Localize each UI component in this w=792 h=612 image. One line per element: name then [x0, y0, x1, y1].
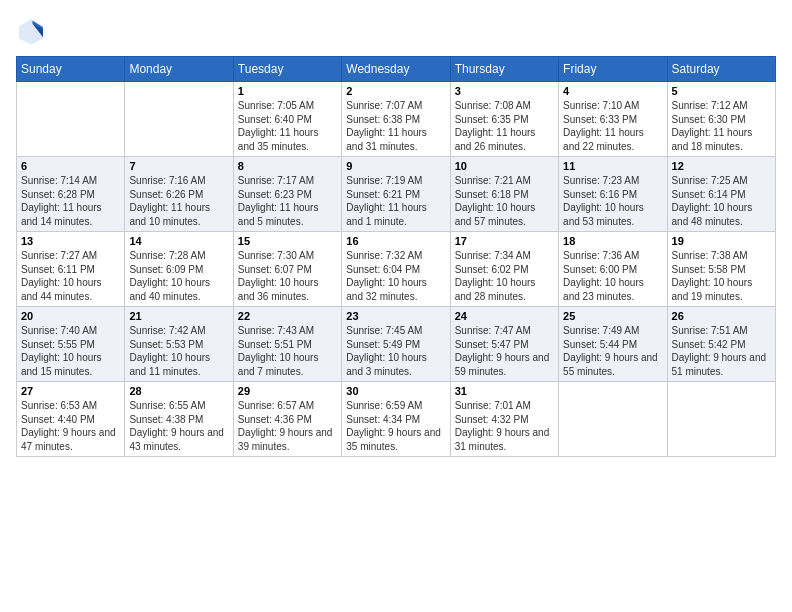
day-number: 5 [672, 85, 771, 97]
day-info: Sunrise: 7:32 AM Sunset: 6:04 PM Dayligh… [346, 249, 445, 303]
calendar-cell: 18Sunrise: 7:36 AM Sunset: 6:00 PM Dayli… [559, 232, 667, 307]
calendar-week-3: 13Sunrise: 7:27 AM Sunset: 6:11 PM Dayli… [17, 232, 776, 307]
calendar-week-4: 20Sunrise: 7:40 AM Sunset: 5:55 PM Dayli… [17, 307, 776, 382]
calendar-cell [559, 382, 667, 457]
header [16, 16, 776, 46]
day-header-friday: Friday [559, 57, 667, 82]
logo-icon [16, 16, 46, 46]
calendar-table: SundayMondayTuesdayWednesdayThursdayFrid… [16, 56, 776, 457]
day-info: Sunrise: 6:55 AM Sunset: 4:38 PM Dayligh… [129, 399, 228, 453]
calendar-cell: 9Sunrise: 7:19 AM Sunset: 6:21 PM Daylig… [342, 157, 450, 232]
calendar-cell: 26Sunrise: 7:51 AM Sunset: 5:42 PM Dayli… [667, 307, 775, 382]
page: SundayMondayTuesdayWednesdayThursdayFrid… [0, 0, 792, 612]
day-number: 29 [238, 385, 337, 397]
day-info: Sunrise: 7:28 AM Sunset: 6:09 PM Dayligh… [129, 249, 228, 303]
calendar-cell: 11Sunrise: 7:23 AM Sunset: 6:16 PM Dayli… [559, 157, 667, 232]
calendar-cell: 5Sunrise: 7:12 AM Sunset: 6:30 PM Daylig… [667, 82, 775, 157]
day-number: 4 [563, 85, 662, 97]
logo [16, 16, 50, 46]
day-info: Sunrise: 7:43 AM Sunset: 5:51 PM Dayligh… [238, 324, 337, 378]
calendar-week-5: 27Sunrise: 6:53 AM Sunset: 4:40 PM Dayli… [17, 382, 776, 457]
calendar-cell: 6Sunrise: 7:14 AM Sunset: 6:28 PM Daylig… [17, 157, 125, 232]
day-info: Sunrise: 7:12 AM Sunset: 6:30 PM Dayligh… [672, 99, 771, 153]
calendar-cell: 16Sunrise: 7:32 AM Sunset: 6:04 PM Dayli… [342, 232, 450, 307]
calendar-cell: 10Sunrise: 7:21 AM Sunset: 6:18 PM Dayli… [450, 157, 558, 232]
day-info: Sunrise: 7:30 AM Sunset: 6:07 PM Dayligh… [238, 249, 337, 303]
calendar-cell: 28Sunrise: 6:55 AM Sunset: 4:38 PM Dayli… [125, 382, 233, 457]
day-info: Sunrise: 7:21 AM Sunset: 6:18 PM Dayligh… [455, 174, 554, 228]
calendar-cell: 13Sunrise: 7:27 AM Sunset: 6:11 PM Dayli… [17, 232, 125, 307]
day-number: 10 [455, 160, 554, 172]
calendar-week-1: 1Sunrise: 7:05 AM Sunset: 6:40 PM Daylig… [17, 82, 776, 157]
day-info: Sunrise: 6:53 AM Sunset: 4:40 PM Dayligh… [21, 399, 120, 453]
day-info: Sunrise: 7:16 AM Sunset: 6:26 PM Dayligh… [129, 174, 228, 228]
day-number: 25 [563, 310, 662, 322]
calendar-cell: 20Sunrise: 7:40 AM Sunset: 5:55 PM Dayli… [17, 307, 125, 382]
day-number: 9 [346, 160, 445, 172]
calendar-cell: 25Sunrise: 7:49 AM Sunset: 5:44 PM Dayli… [559, 307, 667, 382]
day-info: Sunrise: 7:23 AM Sunset: 6:16 PM Dayligh… [563, 174, 662, 228]
day-number: 3 [455, 85, 554, 97]
day-number: 28 [129, 385, 228, 397]
day-info: Sunrise: 7:42 AM Sunset: 5:53 PM Dayligh… [129, 324, 228, 378]
calendar-cell: 24Sunrise: 7:47 AM Sunset: 5:47 PM Dayli… [450, 307, 558, 382]
day-number: 23 [346, 310, 445, 322]
day-info: Sunrise: 7:01 AM Sunset: 4:32 PM Dayligh… [455, 399, 554, 453]
day-header-tuesday: Tuesday [233, 57, 341, 82]
calendar-cell: 31Sunrise: 7:01 AM Sunset: 4:32 PM Dayli… [450, 382, 558, 457]
day-info: Sunrise: 6:59 AM Sunset: 4:34 PM Dayligh… [346, 399, 445, 453]
day-info: Sunrise: 7:38 AM Sunset: 5:58 PM Dayligh… [672, 249, 771, 303]
calendar-cell: 21Sunrise: 7:42 AM Sunset: 5:53 PM Dayli… [125, 307, 233, 382]
day-info: Sunrise: 7:45 AM Sunset: 5:49 PM Dayligh… [346, 324, 445, 378]
day-info: Sunrise: 7:05 AM Sunset: 6:40 PM Dayligh… [238, 99, 337, 153]
day-number: 16 [346, 235, 445, 247]
day-number: 19 [672, 235, 771, 247]
calendar-cell [17, 82, 125, 157]
day-number: 12 [672, 160, 771, 172]
calendar-cell: 15Sunrise: 7:30 AM Sunset: 6:07 PM Dayli… [233, 232, 341, 307]
day-info: Sunrise: 7:27 AM Sunset: 6:11 PM Dayligh… [21, 249, 120, 303]
day-number: 22 [238, 310, 337, 322]
calendar-cell: 23Sunrise: 7:45 AM Sunset: 5:49 PM Dayli… [342, 307, 450, 382]
calendar-cell: 12Sunrise: 7:25 AM Sunset: 6:14 PM Dayli… [667, 157, 775, 232]
day-number: 2 [346, 85, 445, 97]
day-number: 1 [238, 85, 337, 97]
calendar-cell: 1Sunrise: 7:05 AM Sunset: 6:40 PM Daylig… [233, 82, 341, 157]
calendar-cell: 27Sunrise: 6:53 AM Sunset: 4:40 PM Dayli… [17, 382, 125, 457]
day-info: Sunrise: 6:57 AM Sunset: 4:36 PM Dayligh… [238, 399, 337, 453]
day-info: Sunrise: 7:25 AM Sunset: 6:14 PM Dayligh… [672, 174, 771, 228]
day-header-wednesday: Wednesday [342, 57, 450, 82]
day-number: 11 [563, 160, 662, 172]
day-header-monday: Monday [125, 57, 233, 82]
day-info: Sunrise: 7:34 AM Sunset: 6:02 PM Dayligh… [455, 249, 554, 303]
day-header-saturday: Saturday [667, 57, 775, 82]
calendar-cell: 2Sunrise: 7:07 AM Sunset: 6:38 PM Daylig… [342, 82, 450, 157]
day-header-thursday: Thursday [450, 57, 558, 82]
day-number: 18 [563, 235, 662, 247]
calendar-cell: 29Sunrise: 6:57 AM Sunset: 4:36 PM Dayli… [233, 382, 341, 457]
day-number: 21 [129, 310, 228, 322]
calendar-cell [125, 82, 233, 157]
calendar-cell: 3Sunrise: 7:08 AM Sunset: 6:35 PM Daylig… [450, 82, 558, 157]
day-number: 8 [238, 160, 337, 172]
header-row: SundayMondayTuesdayWednesdayThursdayFrid… [17, 57, 776, 82]
day-info: Sunrise: 7:08 AM Sunset: 6:35 PM Dayligh… [455, 99, 554, 153]
calendar-cell: 14Sunrise: 7:28 AM Sunset: 6:09 PM Dayli… [125, 232, 233, 307]
day-number: 30 [346, 385, 445, 397]
day-number: 26 [672, 310, 771, 322]
calendar-cell: 7Sunrise: 7:16 AM Sunset: 6:26 PM Daylig… [125, 157, 233, 232]
calendar-week-2: 6Sunrise: 7:14 AM Sunset: 6:28 PM Daylig… [17, 157, 776, 232]
day-info: Sunrise: 7:19 AM Sunset: 6:21 PM Dayligh… [346, 174, 445, 228]
day-info: Sunrise: 7:10 AM Sunset: 6:33 PM Dayligh… [563, 99, 662, 153]
day-info: Sunrise: 7:17 AM Sunset: 6:23 PM Dayligh… [238, 174, 337, 228]
day-number: 17 [455, 235, 554, 247]
day-info: Sunrise: 7:40 AM Sunset: 5:55 PM Dayligh… [21, 324, 120, 378]
day-info: Sunrise: 7:07 AM Sunset: 6:38 PM Dayligh… [346, 99, 445, 153]
day-number: 7 [129, 160, 228, 172]
day-number: 31 [455, 385, 554, 397]
calendar-cell: 22Sunrise: 7:43 AM Sunset: 5:51 PM Dayli… [233, 307, 341, 382]
day-number: 20 [21, 310, 120, 322]
day-info: Sunrise: 7:14 AM Sunset: 6:28 PM Dayligh… [21, 174, 120, 228]
day-info: Sunrise: 7:36 AM Sunset: 6:00 PM Dayligh… [563, 249, 662, 303]
calendar-cell [667, 382, 775, 457]
